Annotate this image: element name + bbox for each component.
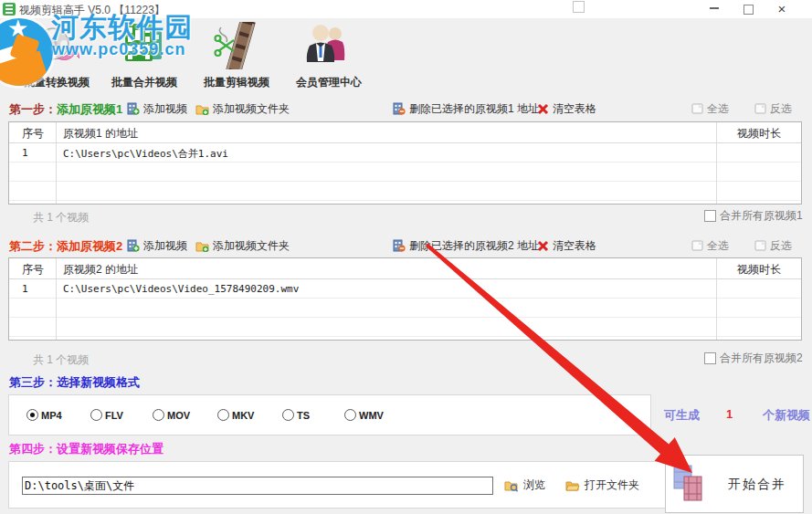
start-merge-button[interactable]: 开始合并 bbox=[665, 455, 804, 513]
step1-video-count: 共 1 个视频 bbox=[33, 210, 89, 226]
add-folder-icon bbox=[195, 103, 209, 115]
toolbar-item-batch-convert[interactable]: 批量转换视频 bbox=[23, 22, 90, 89]
step1-video-table: 序号 原视频1 的地址 视频时长 1 C:\Users\pc\Videos\合并… bbox=[8, 121, 802, 205]
step2-video-table: 序号 原视频2 的地址 视频时长 1 C:\Users\pc\Videos\Vi… bbox=[8, 257, 802, 341]
empty-row bbox=[9, 162, 801, 181]
clear-x-icon bbox=[537, 240, 549, 252]
step2-add-video-button[interactable]: 添加视频 bbox=[127, 238, 187, 253]
window-title: 视频剪辑高手 V5.0 【11223】 bbox=[19, 3, 165, 18]
format-option-ts[interactable]: TS bbox=[282, 409, 310, 421]
add-folder-icon bbox=[195, 240, 209, 252]
open-folder-icon bbox=[565, 479, 580, 492]
generate-count-prefix: 可生成 bbox=[664, 407, 700, 424]
stray-box bbox=[573, 1, 585, 13]
titlebar: 视频剪辑高手 V5.0 【11223】 × bbox=[0, 0, 812, 18]
format-panel: MP4 FLV MOV MKV TS WMV bbox=[8, 394, 651, 435]
close-button[interactable]: × bbox=[768, 0, 796, 18]
step2-clear-table-button[interactable]: 清空表格 bbox=[537, 238, 596, 253]
generate-count-suffix: 个新视频 bbox=[763, 407, 810, 424]
start-merge-label: 开始合并 bbox=[728, 477, 786, 493]
step4-title: 第四步：设置新视频保存位置 bbox=[9, 441, 163, 457]
step1-title: 第一步：添加原视频1 bbox=[9, 101, 122, 118]
invert-selection-icon bbox=[754, 103, 766, 114]
step1-delete-selected-button[interactable]: 删除已选择的原视频1 地址 bbox=[393, 101, 539, 116]
open-folder-button[interactable]: 打开文件夹 bbox=[565, 477, 639, 493]
table-row[interactable]: 1 C:\Users\pc\Videos\合并1.avi bbox=[9, 143, 801, 162]
delete-video-icon bbox=[393, 239, 406, 252]
browse-folder-icon bbox=[504, 479, 519, 492]
select-all-icon bbox=[691, 240, 703, 251]
select-all-icon bbox=[691, 103, 703, 114]
step1-merge-all-checkbox[interactable]: 合并所有原视频1 bbox=[704, 208, 803, 224]
edit-video-icon bbox=[203, 22, 270, 73]
radio-icon bbox=[344, 409, 356, 421]
format-option-wmv[interactable]: WMV bbox=[344, 409, 384, 421]
format-option-flv[interactable]: FLV bbox=[90, 409, 123, 421]
save-location-panel: 浏览 打开文件夹 bbox=[8, 461, 726, 509]
maximize-button[interactable] bbox=[734, 0, 762, 18]
add-video-icon bbox=[127, 102, 140, 115]
table-header: 序号 原视频1 的地址 视频时长 bbox=[9, 122, 801, 143]
toolbar-item-member-center[interactable]: 会员管理中心 bbox=[295, 22, 363, 89]
invert-selection-icon bbox=[754, 240, 766, 251]
step1-clear-table-button[interactable]: 清空表格 bbox=[537, 101, 596, 116]
step2-video-count: 共 1 个视频 bbox=[33, 352, 89, 368]
radio-icon bbox=[90, 409, 102, 421]
save-path-input[interactable] bbox=[22, 477, 493, 495]
toolbar-label: 批量转换视频 bbox=[23, 75, 90, 90]
step2-title: 第二步：添加原视频2 bbox=[9, 238, 122, 255]
step1-add-video-folder-button[interactable]: 添加视频文件夹 bbox=[195, 101, 290, 116]
empty-row bbox=[9, 200, 801, 205]
merge-video-icon bbox=[111, 22, 178, 73]
format-option-mkv[interactable]: MKV bbox=[217, 409, 254, 421]
step2-delete-selected-button[interactable]: 删除已选择的原视频2 地址 bbox=[393, 238, 539, 253]
radio-icon bbox=[153, 409, 164, 421]
empty-row bbox=[9, 298, 801, 317]
convert-video-icon bbox=[23, 22, 90, 73]
format-option-mov[interactable]: MOV bbox=[153, 409, 190, 421]
checkbox-icon bbox=[704, 210, 716, 222]
empty-row bbox=[9, 336, 801, 341]
minimize-button[interactable] bbox=[701, 0, 728, 18]
delete-video-icon bbox=[393, 102, 406, 115]
step3-title: 第三步：选择新视频格式 bbox=[9, 374, 140, 391]
merge-films-icon bbox=[673, 465, 706, 503]
radio-icon bbox=[282, 409, 294, 421]
step2-select-all-button[interactable]: 全选 bbox=[691, 238, 729, 253]
empty-row bbox=[9, 317, 801, 336]
step1-invert-selection-button[interactable]: 反选 bbox=[754, 101, 792, 116]
step2-merge-all-checkbox[interactable]: 合并所有原视频2 bbox=[704, 351, 803, 366]
radio-icon bbox=[217, 409, 229, 421]
toolbar-item-batch-merge[interactable]: 批量合并视频 bbox=[111, 22, 178, 89]
radio-icon bbox=[26, 409, 38, 421]
step2-invert-selection-button[interactable]: 反选 bbox=[754, 238, 792, 253]
table-row[interactable]: 1 C:\Users\pc\Videos\Video_1578490209.wm… bbox=[9, 279, 801, 298]
toolbar-item-batch-edit[interactable]: 批量剪辑视频 bbox=[203, 22, 270, 89]
app-window: 视频剪辑高手 V5.0 【11223】 × 批量转换视频 bbox=[0, 0, 812, 514]
app-icon bbox=[3, 3, 16, 16]
table-header: 序号 原视频2 的地址 视频时长 bbox=[9, 258, 801, 279]
checkbox-icon bbox=[704, 352, 716, 364]
format-option-mp4[interactable]: MP4 bbox=[26, 409, 62, 421]
toolbar-label: 批量剪辑视频 bbox=[203, 75, 270, 90]
generate-count-value: 1 bbox=[726, 407, 733, 421]
step1-select-all-button[interactable]: 全选 bbox=[691, 101, 729, 116]
empty-row bbox=[9, 181, 801, 200]
add-video-icon bbox=[127, 239, 140, 252]
toolbar-label: 批量合并视频 bbox=[111, 75, 178, 90]
clear-x-icon bbox=[537, 103, 549, 115]
toolbar-label: 会员管理中心 bbox=[295, 75, 363, 90]
step2-add-video-folder-button[interactable]: 添加视频文件夹 bbox=[195, 238, 290, 253]
member-center-icon bbox=[295, 22, 363, 73]
browse-button[interactable]: 浏览 bbox=[504, 477, 545, 493]
step1-add-video-button[interactable]: 添加视频 bbox=[127, 101, 187, 116]
